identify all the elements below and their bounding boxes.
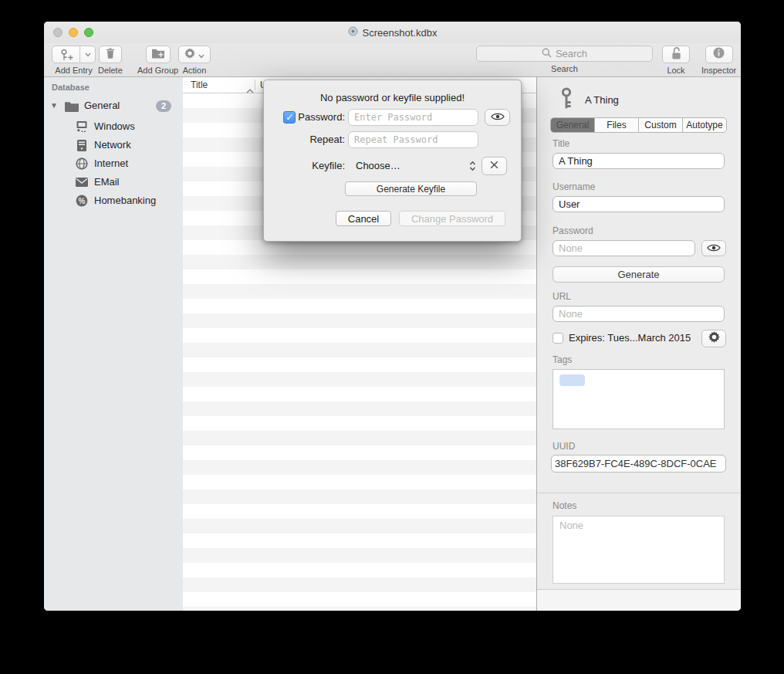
change-password-dialog: No password or keyfile supplied! ✓ Passw… [263, 80, 522, 242]
inspector-toggle-button[interactable] [705, 46, 733, 63]
search-input[interactable]: Search [476, 46, 653, 62]
folder-plus-icon [151, 48, 165, 62]
sidebar-item-label: Homebanking [94, 195, 156, 206]
sidebar-item-label: Internet [94, 157, 128, 169]
add-entry-label: Add Entry [55, 66, 92, 75]
percent-circle-icon: % [75, 195, 88, 207]
uuid-label: UUID [553, 441, 575, 452]
sidebar-item-windows[interactable]: Windows [44, 117, 183, 136]
delete-label: Delete [98, 66, 123, 75]
inspector-label: Inspector [701, 66, 736, 75]
sidebar-section-database: Database [52, 83, 90, 92]
traffic-lights [53, 28, 93, 37]
globe-icon [75, 157, 88, 170]
close-button[interactable] [53, 28, 63, 37]
titlebar: Screenshot.kdbx [44, 22, 741, 43]
disclosure-triangle-icon[interactable]: ▼ [50, 101, 58, 110]
sidebar-item-label: Network [94, 139, 131, 151]
add-group-button[interactable] [146, 46, 171, 63]
document-proxy-icon [348, 25, 358, 39]
gear-icon [708, 331, 720, 346]
notes-field[interactable]: None [553, 516, 725, 584]
sidebar-item-email[interactable]: EMail [44, 173, 183, 191]
action-button[interactable] [178, 46, 211, 63]
entry-count-badge: 2 [156, 100, 171, 112]
url-field[interactable] [553, 306, 725, 322]
gear-icon [184, 48, 195, 62]
keyfile-selected-value: Choose… [356, 160, 400, 171]
lock-button[interactable] [662, 46, 690, 63]
expires-label: Expires: Tues...March 2015 [569, 332, 691, 344]
inspector-footer [537, 590, 741, 611]
tab-general[interactable]: General [551, 118, 595, 132]
repeat-label: Repeat: [309, 134, 345, 145]
tab-autotype[interactable]: Autotype [683, 118, 726, 132]
uuid-field[interactable] [551, 455, 726, 472]
windows-group-icon [75, 120, 88, 133]
sidebar: Database ▼ General 2 Windows [44, 77, 183, 611]
sidebar-item-label: General [84, 100, 120, 111]
password-checkbox[interactable]: ✓ [283, 111, 296, 124]
lock-label: Lock [667, 66, 684, 75]
change-password-button[interactable]: Change Password [399, 211, 505, 226]
delete-toolbar-item: Delete [98, 46, 123, 75]
username-field[interactable] [553, 196, 725, 212]
keyfile-popup[interactable]: Choose… [345, 160, 477, 172]
envelope-icon [75, 176, 88, 188]
column-divider[interactable] [255, 80, 255, 90]
tags-box[interactable] [553, 369, 725, 429]
show-password-button[interactable] [485, 109, 510, 126]
tab-files[interactable]: Files [595, 118, 639, 132]
sidebar-item-label: Windows [94, 120, 135, 132]
chevron-down-icon [198, 48, 204, 62]
password-label: Password [553, 225, 593, 236]
svg-text:%: % [78, 197, 85, 205]
screen: Screenshot.kdbx Add Entry [0, 0, 784, 674]
add-entry-toolbar-item: Add Entry [52, 46, 96, 75]
sidebar-item-internet[interactable]: Internet [44, 154, 183, 173]
search-label: Search [551, 64, 578, 73]
search-icon [542, 47, 552, 61]
popup-stepper-icon [468, 160, 477, 172]
search-toolbar-item: Search Search [476, 46, 653, 73]
enter-password-input[interactable] [348, 109, 478, 126]
column-header-title[interactable]: Title [191, 80, 208, 90]
inspector-panel: A Thing General Files Custom Autotype Ti… [536, 77, 741, 611]
tab-custom[interactable]: Custom [639, 118, 683, 132]
eye-icon [707, 242, 721, 256]
add-entry-dropdown[interactable] [80, 46, 95, 63]
add-group-toolbar-item: Add Group [137, 46, 178, 75]
cancel-button[interactable]: Cancel [336, 211, 391, 226]
notes-label: Notes [553, 500, 576, 511]
divider [537, 493, 741, 493]
eye-icon [491, 110, 505, 124]
title-field[interactable] [553, 153, 725, 169]
add-group-label: Add Group [137, 66, 178, 75]
action-label: Action [183, 66, 207, 75]
show-password-button[interactable] [701, 240, 726, 256]
password-field[interactable] [553, 240, 695, 256]
info-icon [713, 47, 725, 62]
generate-keyfile-button[interactable]: Generate Keyfile [345, 181, 477, 196]
generate-password-button[interactable]: Generate [553, 266, 725, 283]
repeat-password-input[interactable] [348, 131, 478, 148]
password-label: Password: [298, 111, 345, 123]
sidebar-item-label: EMail [94, 176, 120, 188]
zoom-button[interactable] [84, 28, 93, 37]
dialog-message: No password or keyfile supplied! [264, 92, 521, 103]
action-toolbar-item: Action [178, 46, 211, 75]
trash-icon [105, 47, 116, 63]
sidebar-item-network[interactable]: Network [44, 136, 183, 154]
close-x-icon [489, 159, 499, 173]
key-plus-icon [52, 46, 80, 63]
sidebar-item-homebanking[interactable]: % Homebanking [44, 191, 183, 210]
minimize-button[interactable] [69, 28, 78, 37]
add-entry-button[interactable] [52, 46, 96, 63]
tag-pill[interactable] [559, 374, 585, 386]
title-label: Title [553, 138, 569, 149]
delete-button[interactable] [99, 46, 122, 63]
clear-keyfile-button[interactable] [482, 157, 507, 175]
sidebar-item-general[interactable]: ▼ General 2 [44, 98, 183, 115]
expires-checkbox[interactable] [553, 333, 563, 344]
expires-settings-button[interactable] [701, 330, 726, 347]
